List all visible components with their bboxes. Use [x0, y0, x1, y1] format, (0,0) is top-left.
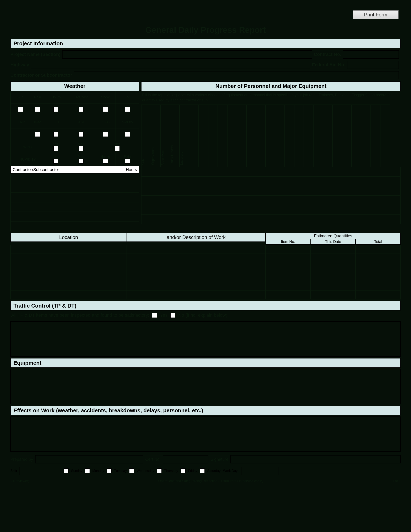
personnel-row[interactable] [141, 205, 401, 215]
input-federal[interactable] [347, 61, 399, 69]
pcol-blank[interactable] [285, 104, 294, 167]
contractor-row[interactable] [10, 212, 139, 221]
pcol-blank[interactable] [294, 104, 304, 167]
checkbox-temp-over85[interactable] [125, 132, 130, 137]
checkbox-traffic-no[interactable] [170, 313, 175, 318]
input-workday[interactable] [241, 467, 278, 475]
checkbox-sunday[interactable] [64, 468, 68, 473]
pcol-blank[interactable] [352, 104, 361, 167]
checkbox-wednesday[interactable] [129, 468, 134, 473]
checkbox-wind-still[interactable] [53, 146, 58, 151]
date-cell[interactable] [310, 281, 355, 290]
checkbox-hum-dry[interactable] [53, 159, 58, 163]
total-cell[interactable] [355, 272, 401, 281]
pcol-blank[interactable] [342, 104, 352, 167]
pcol-blank[interactable] [361, 104, 371, 167]
checkbox-rain[interactable] [35, 107, 40, 112]
checkbox-thursday[interactable] [157, 468, 162, 473]
date-cell[interactable] [310, 272, 355, 281]
personnel-row[interactable] [141, 167, 401, 176]
loc-cell[interactable] [10, 254, 127, 263]
checkbox-hum-humid[interactable] [103, 159, 108, 163]
checkbox-temp-51-70[interactable] [78, 132, 84, 137]
input-highway[interactable] [31, 61, 310, 69]
loc-cell[interactable] [10, 281, 127, 290]
date-cell[interactable] [310, 263, 355, 272]
pcol-blank[interactable] [208, 104, 218, 167]
checkbox-hum-rain[interactable] [125, 159, 130, 163]
loc-cell[interactable] [10, 290, 127, 299]
print-button[interactable]: Print Form [353, 10, 399, 19]
desc-cell[interactable] [127, 245, 266, 254]
desc-cell[interactable] [127, 254, 266, 263]
date-cell[interactable] [310, 254, 355, 263]
date-cell[interactable] [310, 290, 355, 299]
personnel-row[interactable] [141, 215, 401, 224]
loc-cell[interactable] [10, 245, 127, 254]
item-cell[interactable] [266, 290, 310, 299]
checkbox-temp-0-32[interactable] [35, 132, 40, 137]
checkbox-temp-33-50[interactable] [53, 132, 58, 137]
traffic-textarea[interactable] [10, 321, 401, 357]
input-contractor[interactable] [74, 71, 399, 79]
item-cell[interactable] [266, 254, 310, 263]
contractor-row[interactable] [10, 221, 139, 231]
contractor-row[interactable] [10, 202, 139, 212]
pcol-blank[interactable] [189, 104, 199, 167]
checkbox-temp-71-85[interactable] [103, 132, 108, 137]
total-cell[interactable] [355, 263, 401, 272]
total-cell[interactable] [355, 290, 401, 299]
checkbox-overcast[interactable] [78, 107, 84, 112]
pcol-blank[interactable] [218, 104, 227, 167]
checkbox-snow[interactable] [103, 107, 108, 112]
input-shift[interactable] [19, 467, 61, 475]
input-project-name[interactable] [62, 50, 312, 59]
personnel-row[interactable] [141, 196, 401, 205]
personnel-row[interactable] [141, 176, 401, 186]
checkbox-saturday[interactable] [200, 468, 205, 473]
desc-cell[interactable] [127, 281, 266, 290]
pcol-blank[interactable] [275, 104, 285, 167]
desc-cell[interactable] [127, 272, 266, 281]
total-cell[interactable] [355, 281, 401, 290]
total-cell[interactable] [355, 245, 401, 254]
item-cell[interactable] [266, 281, 310, 290]
desc-cell[interactable] [127, 263, 266, 272]
checkbox-cloudy[interactable] [53, 107, 58, 112]
pcol-blank[interactable] [199, 104, 208, 167]
loc-cell[interactable] [10, 272, 127, 281]
input-prepared[interactable] [35, 455, 143, 463]
pcol-blank[interactable] [304, 104, 313, 167]
contractor-row[interactable] [10, 193, 139, 202]
input-signature[interactable] [230, 455, 401, 463]
personnel-row[interactable] [141, 186, 401, 196]
pcol-blank[interactable] [371, 104, 380, 167]
pcol-blank[interactable] [333, 104, 342, 167]
checkbox-friday[interactable] [181, 468, 186, 473]
effects-textarea[interactable] [10, 417, 401, 452]
total-cell[interactable] [355, 254, 401, 263]
checkbox-traffic-yes[interactable] [152, 313, 157, 318]
pcol-blank[interactable] [237, 104, 247, 167]
pcol-blank[interactable] [380, 104, 390, 167]
contractor-row[interactable] [10, 183, 139, 193]
desc-cell[interactable] [127, 290, 266, 299]
checkbox-wind-high[interactable] [115, 146, 120, 151]
input-cert[interactable] [163, 455, 208, 463]
checkbox-fog[interactable] [125, 107, 130, 112]
item-cell[interactable] [266, 263, 310, 272]
item-cell[interactable] [266, 272, 310, 281]
pcol-blank[interactable] [323, 104, 333, 167]
contractor-row[interactable] [10, 173, 139, 183]
pcol-blank[interactable] [227, 104, 237, 167]
checkbox-hum-mod[interactable] [78, 159, 84, 163]
pcol-blank[interactable] [266, 104, 275, 167]
checkbox-monday[interactable] [85, 468, 90, 473]
loc-cell[interactable] [10, 263, 127, 272]
pcol-blank[interactable] [247, 104, 256, 167]
checkbox-tuesday[interactable] [107, 468, 112, 473]
checkbox-sun[interactable] [18, 107, 23, 112]
equipment-textarea[interactable] [10, 369, 401, 404]
item-cell[interactable] [266, 245, 310, 254]
date-cell[interactable] [310, 245, 355, 254]
